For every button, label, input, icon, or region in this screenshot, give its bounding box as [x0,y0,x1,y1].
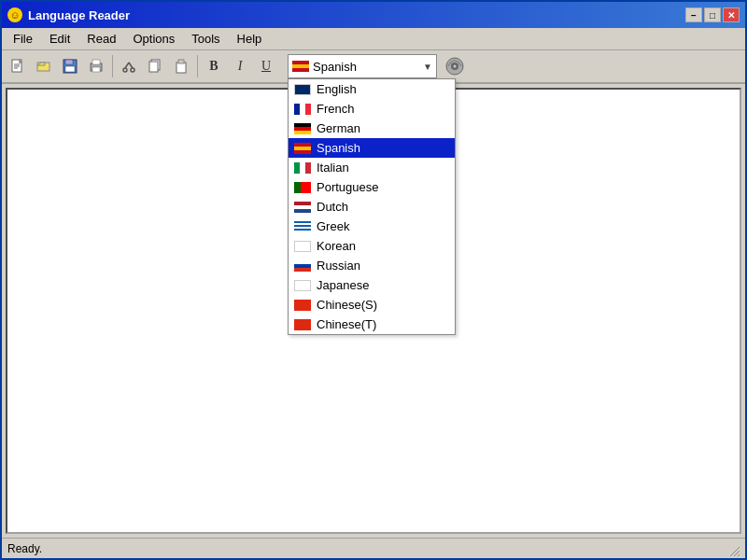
language-option-label: Chinese(T) [317,317,376,331]
menu-bar: File Edit Read Options Tools Help [2,28,745,50]
menu-tools[interactable]: Tools [184,30,227,48]
svg-rect-7 [65,66,75,72]
language-option[interactable]: Greek [289,217,455,236]
language-option-label: Spanish [317,141,360,155]
flag-icon [294,182,311,193]
title-bar-left: ☺ Language Reader [7,7,130,22]
cut-icon [121,59,136,74]
svg-line-13 [125,63,129,68]
svg-point-11 [123,68,127,72]
flag-icon [294,280,311,291]
toolbar-separator-2 [197,55,198,77]
svg-line-24 [738,554,740,556]
language-dropdown-button[interactable]: Spanish ▼ [288,54,437,78]
language-option[interactable]: Italian [289,158,455,177]
language-option[interactable]: Chinese(S) [289,295,455,315]
svg-point-12 [131,68,134,72]
toolbar: B I U Spanish ▼ EnglishFrenchGermanSpani… [2,50,745,84]
language-option[interactable]: Portuguese [289,177,455,197]
new-button[interactable] [6,54,30,78]
flag-icon [294,202,311,213]
window-title: Language Reader [28,8,130,22]
language-option-label: Greek [317,219,349,233]
resize-grip[interactable] [725,541,740,556]
maximize-button[interactable]: □ [704,7,721,22]
flag-icon [294,260,311,272]
flag-icon [294,143,311,154]
language-option-label: Italian [317,161,349,175]
flag-icon [294,221,311,232]
svg-rect-17 [176,63,186,73]
menu-file[interactable]: File [6,30,40,48]
paste-icon [174,59,189,74]
audio-icon [445,57,464,76]
copy-button[interactable] [143,54,167,78]
bold-button[interactable]: B [202,54,226,78]
flag-icon [294,84,311,95]
svg-rect-6 [65,60,73,64]
svg-rect-10 [92,60,100,64]
language-selected-value: Spanish [292,60,357,74]
language-selector-container: Spanish ▼ EnglishFrenchGermanSpanishItal… [288,54,437,78]
paste-button[interactable] [169,54,193,78]
title-buttons: − □ ✕ [685,7,740,22]
flag-icon [294,123,311,134]
italic-button[interactable]: I [228,54,252,78]
close-button[interactable]: ✕ [723,7,740,22]
svg-rect-16 [149,62,158,72]
flag-icon [294,162,311,174]
new-icon [10,59,25,74]
language-option[interactable]: French [289,99,455,119]
svg-rect-18 [178,60,184,63]
language-option[interactable]: Chinese(T) [289,315,455,334]
language-option-label: Russian [317,259,360,273]
open-button[interactable] [32,54,56,78]
flag-icon [294,319,311,330]
language-option-label: German [317,121,360,135]
title-bar: ☺ Language Reader − □ ✕ [2,2,745,28]
svg-rect-9 [92,67,100,72]
selected-flag-icon [292,61,309,72]
underline-button[interactable]: U [254,54,278,78]
language-option[interactable]: Spanish [289,138,455,158]
app-window: ☺ Language Reader − □ ✕ File Edit Read O… [0,0,747,560]
menu-options[interactable]: Options [125,30,182,48]
flag-icon [294,241,311,252]
svg-line-14 [129,63,133,68]
copy-icon [148,59,162,74]
language-dropdown-menu: EnglishFrenchGermanSpanishItalianPortugu… [288,78,456,335]
print-icon [89,59,104,74]
svg-point-21 [454,65,457,68]
resize-grip-icon [728,545,740,556]
flag-icon [294,104,311,115]
cut-button[interactable] [117,54,141,78]
status-text: Ready. [7,542,725,555]
language-option[interactable]: Korean [289,236,455,256]
language-option[interactable]: German [289,119,455,138]
language-option-label: French [317,102,354,116]
open-icon [36,59,51,74]
language-option-label: Chinese(S) [317,298,377,312]
language-option[interactable]: Russian [289,256,455,275]
dropdown-arrow-icon: ▼ [423,62,432,72]
language-option-label: Dutch [317,200,348,214]
language-option[interactable]: English [289,79,455,99]
save-button[interactable] [58,54,82,78]
app-icon: ☺ [7,7,22,22]
language-option-label: English [317,82,357,96]
selected-language-label: Spanish [313,60,357,74]
language-option[interactable]: Dutch [289,197,455,217]
minimize-button[interactable]: − [685,7,702,22]
language-option-label: Korean [317,239,356,253]
status-bar: Ready. [2,538,745,558]
save-icon [63,59,78,74]
menu-help[interactable]: Help [230,30,270,48]
menu-edit[interactable]: Edit [42,30,78,48]
audio-button[interactable] [443,54,467,78]
print-button[interactable] [84,54,108,78]
language-option-label: Portuguese [317,180,379,194]
language-option-label: Japanese [317,278,369,292]
menu-read[interactable]: Read [79,30,123,48]
toolbar-separator-1 [112,55,113,77]
language-option[interactable]: Japanese [289,275,455,295]
